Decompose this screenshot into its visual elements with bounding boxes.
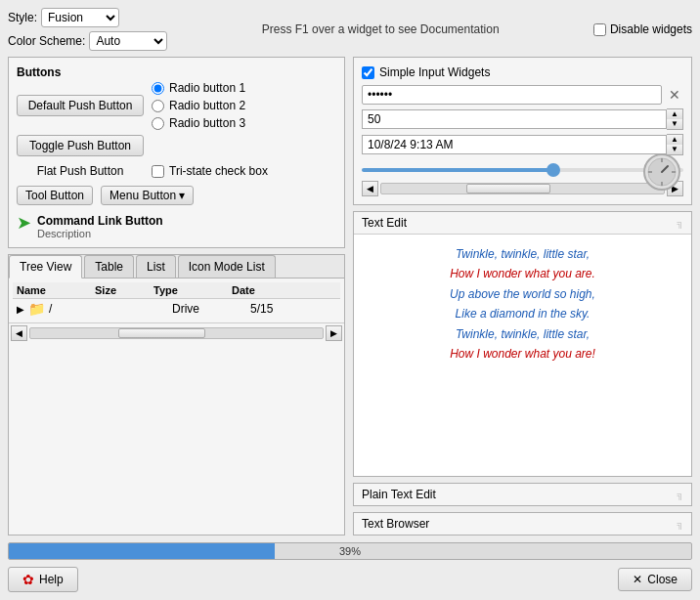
datetime-up-btn[interactable]: ▲ — [667, 135, 682, 145]
tristate-checkbox[interactable] — [152, 165, 164, 178]
buttons-row-1: Default Push Button Radio button 1 Radio… — [17, 81, 336, 130]
top-bar-left: Style: Fusion Windows Color Scheme: Auto… — [8, 8, 167, 51]
password-input[interactable] — [362, 85, 662, 105]
main-container: Style: Fusion Windows Color Scheme: Auto… — [0, 0, 700, 600]
style-label: Style: — [8, 11, 37, 24]
tree-scrollbar[interactable]: ◀ ▶ — [9, 322, 344, 343]
plain-text-title: Plain Text Edit — [362, 488, 436, 501]
radio-item-2: Radio button 2 — [152, 99, 245, 112]
tree-content: Name Size Type Date ▶ 📁 / Drive 5/15 — [9, 279, 344, 322]
tree-col-size: Size — [95, 284, 153, 296]
dial-widget[interactable] — [640, 150, 683, 193]
menu-arrow-icon: ▾ — [179, 189, 185, 202]
simple-input-section: Simple Input Widgets ✕ 50 ▲ ▼ — [353, 57, 692, 205]
radio-item-3: Radio button 3 — [152, 116, 245, 130]
toggle-push-button[interactable]: Toggle Push Button — [17, 135, 144, 156]
tristate-row: Tri-state check box — [152, 164, 268, 178]
text-browser-header: Text Browser ╗ — [354, 513, 691, 535]
dial-container — [640, 150, 683, 196]
spinner-up-btn[interactable]: ▲ — [667, 109, 682, 119]
tristate-label: Tri-state check box — [169, 164, 268, 178]
spinner-row: 50 ▲ ▼ — [362, 108, 683, 130]
input-widgets-grid: ✕ 50 ▲ ▼ 10/8/24 9:13 AM ▲ ▼ — [362, 85, 683, 196]
radio-3-label: Radio button 3 — [169, 116, 245, 130]
radio-2[interactable] — [152, 100, 164, 112]
spinner-down-btn[interactable]: ▼ — [667, 119, 682, 129]
tree-row-type: Drive — [172, 302, 250, 316]
text-edit-body[interactable]: Twinkle, twinkle, little star, How I won… — [354, 235, 691, 373]
scroll-track[interactable] — [29, 327, 324, 339]
tree-col-date: Date — [232, 284, 336, 296]
tab-tree-view[interactable]: Tree View — [9, 255, 82, 279]
radio-group: Radio button 1 Radio button 2 Radio butt… — [152, 81, 245, 130]
help-icon: ✿ — [22, 572, 34, 587]
hscroll-thumb — [466, 184, 551, 193]
disable-label: Disable widgets — [610, 22, 692, 36]
close-button[interactable]: ✕ Close — [618, 568, 692, 591]
buttons-section: Buttons Default Push Button Radio button… — [8, 57, 345, 248]
radio-1[interactable] — [152, 82, 164, 95]
command-link: ➤ Command Link Button Description — [17, 214, 336, 239]
command-link-text: Command Link Button Description — [37, 214, 163, 239]
scroll-right-btn[interactable]: ▶ — [326, 325, 342, 341]
tab-list[interactable]: List — [136, 255, 176, 278]
clear-password-btn[interactable]: ✕ — [666, 87, 683, 103]
plain-text-corner: ╗ — [678, 490, 683, 499]
tab-table[interactable]: Table — [84, 255, 134, 278]
menu-button-label: Menu Button — [109, 189, 176, 202]
poem-line-2: How I wonder what you are. — [373, 264, 672, 283]
style-row: Style: Fusion Windows — [8, 8, 167, 27]
colorscheme-select[interactable]: Auto Light Dark — [89, 31, 167, 51]
radio-1-label: Radio button 1 — [169, 81, 245, 95]
tab-icon-mode[interactable]: Icon Mode List — [178, 255, 276, 278]
buttons-title: Buttons — [17, 65, 336, 79]
style-select[interactable]: Fusion Windows — [41, 8, 119, 27]
tree-row: ▶ 📁 / Drive 5/15 — [13, 299, 340, 319]
text-edit-header: Text Edit ╗ — [354, 212, 691, 235]
poem-line-4: Like a diamond in the sky. — [373, 304, 672, 323]
poem-line-3: Up above the world so high, — [373, 284, 672, 304]
scroll-left-btn[interactable]: ◀ — [11, 325, 27, 341]
poem-line-5: Twinkle, twinkle, little star, — [373, 324, 672, 344]
progress-bar-section: 39% — [8, 541, 692, 561]
slider-input[interactable] — [362, 168, 683, 172]
hscroll-track[interactable] — [380, 183, 665, 194]
radio-item-1: Radio button 1 — [152, 81, 245, 95]
tree-expand-icon[interactable]: ▶ — [17, 304, 28, 315]
command-link-title[interactable]: Command Link Button — [37, 214, 163, 228]
hscroll-left-btn[interactable]: ◀ — [362, 181, 378, 196]
top-bar: Style: Fusion Windows Color Scheme: Auto… — [8, 8, 692, 51]
help-label: Help — [39, 573, 64, 586]
datetime-input[interactable]: 10/8/24 9:13 AM — [362, 135, 667, 154]
disable-widgets-checkbox[interactable] — [593, 23, 606, 36]
tree-row-name: / — [49, 302, 113, 316]
plain-text-section: Plain Text Edit ╗ — [353, 483, 692, 506]
radio-3[interactable] — [152, 117, 164, 130]
buttons-row-2: Toggle Push Button — [17, 135, 336, 156]
tree-row-date: 5/15 — [250, 302, 336, 316]
buttons-row-4: Tool Button Menu Button ▾ — [17, 186, 336, 205]
datetime-row: 10/8/24 9:13 AM ▲ ▼ — [362, 134, 683, 155]
progress-fill — [9, 543, 275, 559]
text-edit-corner: ╗ — [678, 218, 683, 228]
poem-line-6: How I wonder what you are! — [373, 344, 672, 364]
text-edit-title: Text Edit — [362, 216, 407, 230]
tree-col-type: Type — [153, 284, 232, 296]
menu-button[interactable]: Menu Button ▾ — [101, 186, 194, 205]
colorscheme-label: Color Scheme: — [8, 34, 85, 48]
default-push-button[interactable]: Default Push Button — [17, 95, 144, 116]
text-browser-section: Text Browser ╗ — [353, 512, 692, 536]
tabs-header: Tree View Table List Icon Mode List — [9, 255, 344, 279]
middle-section: Buttons Default Push Button Radio button… — [8, 57, 692, 536]
command-link-desc: Description — [37, 228, 163, 239]
flat-push-button[interactable]: Flat Push Button — [17, 161, 144, 181]
simple-input-toggle[interactable] — [362, 66, 374, 79]
spinner-input[interactable]: 50 — [362, 109, 667, 129]
spinner-buttons: ▲ ▼ — [667, 108, 683, 130]
tool-button[interactable]: Tool Button — [17, 186, 93, 205]
help-button[interactable]: ✿ Help — [8, 567, 78, 592]
footer: ✿ Help ✕ Close — [8, 567, 692, 592]
buttons-row-3: Flat Push Button Tri-state check box — [17, 161, 336, 181]
scroll-thumb — [118, 328, 206, 338]
slider-row — [362, 159, 683, 177]
